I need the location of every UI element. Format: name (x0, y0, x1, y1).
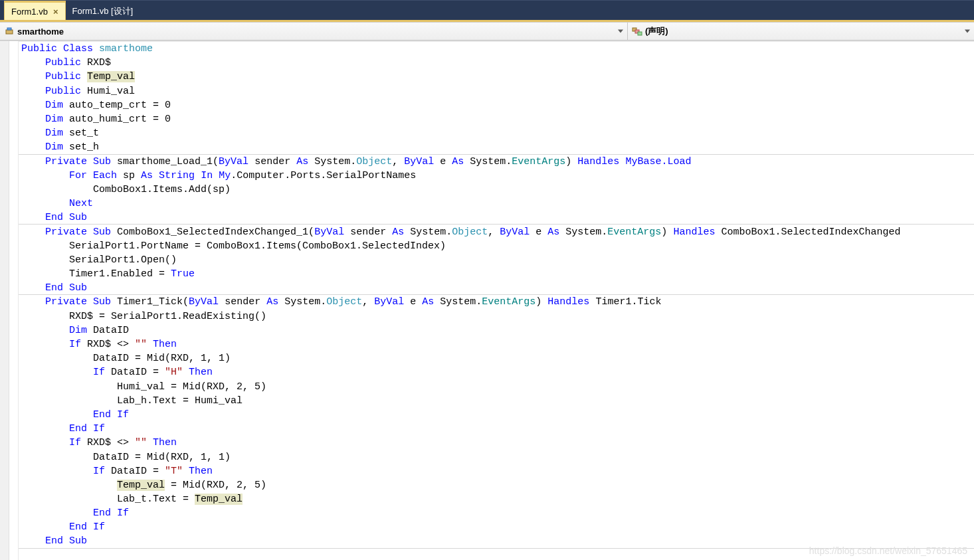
tab-form1-vb[interactable]: Form1.vb × (4, 1, 66, 20)
class-selector-dropdown[interactable]: smarthome (0, 23, 628, 40)
code-line[interactable]: End If (19, 422, 974, 436)
code-line[interactable]: End Sub (19, 535, 974, 549)
chevron-down-icon (618, 30, 623, 33)
class-icon (4, 26, 15, 37)
code-line[interactable]: Private Sub Timer1_Tick(ByVal sender As … (19, 295, 974, 309)
code-line[interactable]: Humi_val = Mid(RXD, 2, 5) (19, 380, 974, 394)
svg-rect-4 (638, 32, 642, 35)
member-selector-dropdown[interactable]: (声明) (628, 23, 974, 40)
class-selector-label: smarthome (17, 27, 64, 37)
tab-strip: Form1.vb × Form1.vb [设计] (0, 0, 974, 20)
code-line[interactable]: ComboBox1.Items.Add(sp) (19, 183, 974, 197)
close-icon[interactable]: × (53, 7, 58, 17)
code-line[interactable]: End If (19, 506, 974, 520)
code-line[interactable]: End If (19, 408, 974, 422)
outlining-margin (9, 41, 19, 560)
tab-label: Form1.vb (11, 7, 48, 17)
tab-label: Form1.vb [设计] (72, 5, 134, 17)
code-line[interactable]: Dim auto_temp_crt = 0 (19, 98, 974, 112)
code-line[interactable]: If DataID = "H" Then (19, 365, 974, 379)
code-line[interactable]: Next (19, 197, 974, 211)
tab-form1-vb-design[interactable]: Form1.vb [设计] (66, 3, 140, 20)
svg-rect-0 (6, 30, 13, 34)
code-line[interactable]: Private Sub ComboBox1_SelectedIndexChang… (19, 225, 974, 238)
code-line[interactable]: End Sub (19, 211, 974, 225)
code-line[interactable]: Public RXD$ (19, 56, 974, 70)
svg-rect-1 (7, 28, 11, 30)
code-line[interactable]: End Sub (19, 281, 974, 295)
code-text-area[interactable]: Public Class smarthome Public RXD$ Publi… (19, 41, 974, 560)
code-line[interactable]: For Each sp As String In My.Computer.Por… (19, 169, 974, 183)
code-line[interactable]: DataID = Mid(RXD, 1, 1) (19, 351, 974, 365)
code-line[interactable]: Dim auto_humi_crt = 0 (19, 112, 974, 126)
code-line[interactable]: If RXD$ <> "" Then (19, 436, 974, 450)
member-selector-label: (声明) (645, 25, 668, 37)
code-line[interactable]: DataID = Mid(RXD, 1, 1) (19, 450, 974, 464)
code-line[interactable]: If RXD$ <> "" Then (19, 337, 974, 351)
code-editor[interactable]: Public Class smarthome Public RXD$ Publi… (0, 41, 974, 560)
chevron-down-icon (965, 30, 970, 33)
code-line[interactable]: RXD$ = SerialPort1.ReadExisting() (19, 310, 974, 324)
code-line[interactable]: Dim set_h (19, 140, 974, 154)
code-line[interactable]: SerialPort1.Open() (19, 253, 974, 267)
navigation-bar: smarthome (声明) (0, 22, 974, 41)
code-line[interactable]: Dim DataID (19, 324, 974, 337)
code-line[interactable]: Lab_t.Text = Temp_val (19, 492, 974, 506)
code-line[interactable]: Dim set_t (19, 126, 974, 140)
code-line[interactable]: Public Temp_val (19, 70, 974, 84)
code-line[interactable]: If DataID = "T" Then (19, 464, 974, 478)
code-line[interactable]: Public Class smarthome (19, 42, 974, 56)
code-line[interactable]: Timer1.Enabled = True (19, 267, 974, 281)
declarations-icon (632, 26, 642, 37)
code-line[interactable]: Lab_h.Text = Humi_val (19, 394, 974, 408)
indicator-margin (0, 41, 9, 560)
code-line[interactable]: SerialPort1.PortName = ComboBox1.Items(C… (19, 239, 974, 253)
code-line[interactable]: Private Sub smarthome_Load_1(ByVal sende… (19, 155, 974, 169)
code-line[interactable]: Temp_val = Mid(RXD, 2, 5) (19, 478, 974, 492)
code-line[interactable]: Public Humi_val (19, 84, 974, 98)
code-line[interactable]: End If (19, 520, 974, 534)
